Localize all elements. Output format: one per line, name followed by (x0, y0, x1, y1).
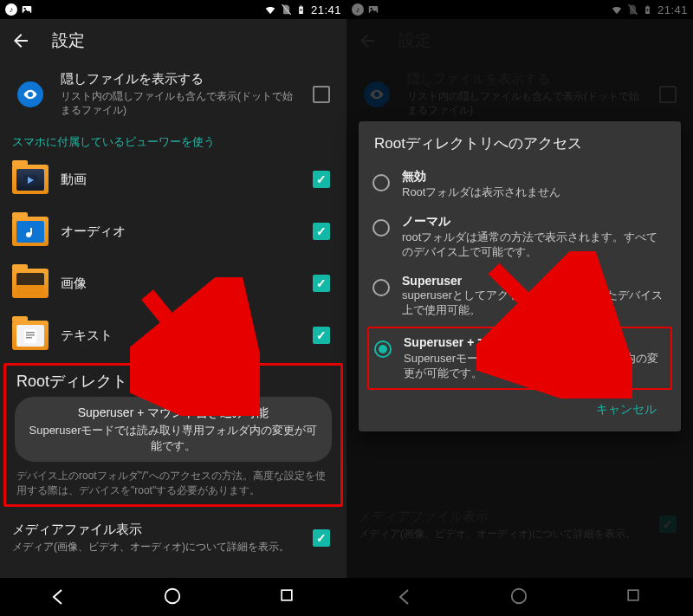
setting-media-display[interactable]: メディアファイル表示 メディア(画像、ビデオ、オーディオ)について詳細を表示。 (0, 514, 346, 566)
viewer-video-label: 動画 (61, 172, 296, 188)
battery-charging-icon (642, 3, 654, 16)
viewer-audio-checkbox[interactable] (313, 223, 330, 240)
app-bar: 設定 (346, 19, 693, 62)
media-title: メディアファイル表示 (12, 522, 296, 538)
viewer-section-header: スマホに付属しているビューワーを使う (0, 126, 346, 153)
media-sub: メディア(画像、ビデオ、オーディオ)について詳細を表示。 (12, 540, 296, 554)
eye-icon (17, 81, 43, 107)
appbar-title: 設定 (52, 29, 85, 52)
appbar-title: 設定 (398, 29, 431, 52)
setting-viewer-video[interactable]: 動画 (0, 153, 346, 205)
wifi-icon (611, 3, 623, 16)
root-toast-sub: Superuserモードでは読み取り専用フォルダ内の変更が可能です。 (29, 423, 318, 453)
nav-home-icon[interactable] (163, 587, 184, 607)
svg-rect-14 (282, 590, 292, 600)
radio-option-disabled[interactable]: 無効 Rootフォルダは表示されません (367, 162, 672, 207)
status-time: 21:41 (311, 3, 341, 16)
radio-icon (372, 219, 390, 237)
nav-recent-icon[interactable] (278, 587, 299, 607)
radio-option-superuser[interactable]: Superuser superuserとしてアクセス可能。rootされたデバイス… (367, 267, 672, 325)
image-status-icon (21, 3, 33, 16)
setting-viewer-audio[interactable]: オーディオ (0, 205, 346, 257)
dialog-title: Rootディレクトリへのアクセス (367, 133, 672, 162)
svg-rect-11 (26, 334, 35, 336)
folder-image-icon (12, 269, 49, 298)
radio-icon-selected (374, 340, 392, 358)
svg-point-18 (371, 8, 372, 10)
radio-icon (372, 174, 390, 191)
nav-back-icon[interactable] (48, 587, 68, 607)
eye-icon (364, 81, 390, 107)
settings-list: 隠しファイルを表示する リスト内の隠しファイルも含んで表示(ドットで始まるファイ… (0, 62, 346, 578)
folder-video-icon (12, 165, 49, 194)
root-access-dialog: Rootディレクトリへのアクセス 無効 Rootフォルダは表示されません ノーマ… (359, 121, 681, 431)
svg-rect-9 (24, 329, 36, 343)
nav-back-icon[interactable] (394, 587, 415, 607)
setting-viewer-text[interactable]: テキスト (0, 309, 346, 361)
image-status-icon (367, 3, 379, 16)
svg-rect-8 (30, 228, 32, 235)
app-bar: 設定 (0, 19, 346, 62)
status-bar: ♪ 21:41 (0, 0, 346, 19)
navigation-bar (0, 578, 346, 616)
radio-icon (372, 279, 390, 296)
svg-rect-23 (628, 590, 638, 600)
svg-rect-3 (301, 5, 302, 6)
folder-audio-icon (12, 217, 49, 246)
setting-viewer-image[interactable]: 画像 (0, 257, 346, 309)
nav-recent-icon[interactable] (625, 587, 645, 607)
svg-point-4 (29, 93, 32, 95)
back-icon[interactable] (357, 30, 378, 51)
root-access-description: デバイス上のrootフォルダ"/"へのアクセスの方法。高度な設定を使用する際は、… (13, 469, 334, 496)
hidden-files-sub: リスト内の隠しファイルも含んで表示(ドットで始まるファイル) (61, 89, 296, 117)
root-access-setting[interactable]: Rootディレクトリへのアクセス Superuser + マウント書き込み可能 … (3, 363, 343, 506)
navigation-bar (346, 578, 693, 616)
svg-point-1 (24, 8, 26, 10)
battery-charging-icon (295, 3, 308, 16)
status-time: 21:41 (657, 3, 688, 16)
setting-media-display: メディアファイル表示 メディア(画像、ビデオ、オーディオ)について詳細を表示。 (346, 498, 693, 550)
screenshot-right: ♪ 21:41 設定 隠しファイルを表示する リスト内の隠しファイルも含んで表示… (346, 0, 693, 616)
back-icon[interactable] (10, 30, 31, 51)
root-access-heading: Rootディレクトリへのアクセス (13, 371, 334, 392)
music-status-icon: ♪ (352, 3, 364, 16)
hidden-files-title: 隠しファイルを表示する (61, 71, 296, 88)
svg-point-13 (165, 589, 180, 604)
media-checkbox[interactable] (313, 529, 330, 547)
folder-text-icon (12, 321, 49, 350)
status-bar: ♪ 21:41 (346, 0, 693, 19)
setting-show-hidden-files: 隠しファイルを表示する リスト内の隠しファイルも含んで表示(ドットで始まるファイ… (346, 62, 693, 126)
svg-rect-12 (26, 337, 32, 339)
root-access-current-toast: Superuser + マウント書き込み可能 Superuserモードでは読み取… (15, 397, 332, 462)
radio-option-superuser-mount[interactable]: Superuser + マウント書き込み可能 Superuserモードでは読み取… (369, 328, 670, 388)
viewer-video-checkbox[interactable] (313, 171, 330, 188)
svg-rect-10 (26, 332, 35, 334)
hidden-files-checkbox[interactable] (313, 86, 330, 103)
svg-point-21 (376, 93, 379, 95)
viewer-audio-label: オーディオ (61, 224, 296, 240)
setting-show-hidden-files[interactable]: 隠しファイルを表示する リスト内の隠しファイルも含んで表示(ドットで始まるファイ… (0, 62, 346, 126)
no-sim-icon (626, 3, 638, 16)
nav-home-icon[interactable] (509, 587, 530, 607)
dialog-cancel-button[interactable]: キャンセル (589, 397, 664, 423)
viewer-text-checkbox[interactable] (313, 327, 330, 344)
wifi-icon (264, 3, 276, 16)
svg-point-22 (512, 589, 527, 604)
viewer-image-checkbox[interactable] (313, 275, 330, 292)
screenshot-left: ♪ 21:41 設定 (0, 0, 346, 616)
viewer-text-label: テキスト (61, 327, 296, 344)
viewer-image-label: 画像 (61, 276, 296, 292)
svg-rect-20 (647, 5, 649, 6)
highlighted-option: Superuser + マウント書き込み可能 Superuserモードでは読み取… (367, 327, 672, 390)
music-status-icon: ♪ (5, 3, 17, 16)
no-sim-icon (280, 3, 292, 16)
radio-option-normal[interactable]: ノーマル rootフォルダは通常の方法で表示されます。すべてのデバイス上で可能で… (367, 207, 672, 267)
root-toast-title: Superuser + マウント書き込み可能 (29, 405, 318, 421)
